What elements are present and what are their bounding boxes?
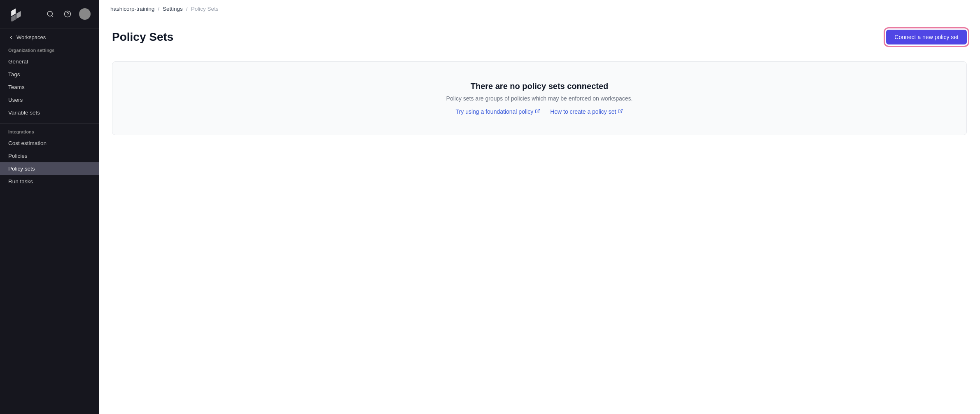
sidebar-item-tags[interactable]: Tags — [0, 68, 99, 81]
connect-policy-set-button[interactable]: Connect a new policy set — [886, 30, 967, 44]
external-link-icon-1 — [535, 108, 540, 115]
empty-state-description: Policy sets are groups of policies which… — [126, 95, 953, 102]
sidebar-item-run-tasks[interactable]: Run tasks — [0, 175, 99, 188]
sidebar-item-users[interactable]: Users — [0, 94, 99, 106]
org-settings-label: Organization settings — [0, 44, 99, 55]
integrations-label: Integrations — [0, 125, 99, 137]
page-content: Policy Sets Connect a new policy set The… — [99, 18, 980, 414]
svg-line-5 — [537, 109, 540, 112]
sidebar-item-variable-sets[interactable]: Variable sets — [0, 106, 99, 119]
svg-line-6 — [620, 109, 623, 112]
back-to-workspaces[interactable]: Workspaces — [0, 28, 99, 44]
sidebar: Workspaces Organization settings General… — [0, 0, 99, 414]
breadcrumb-sep-2: / — [186, 6, 188, 12]
page-header: Policy Sets Connect a new policy set — [112, 30, 967, 44]
sidebar-item-policies[interactable]: Policies — [0, 150, 99, 162]
header-divider — [112, 53, 967, 53]
svg-point-1 — [47, 11, 52, 16]
page-title: Policy Sets — [112, 30, 173, 44]
foundational-policy-label: Try using a foundational policy — [456, 108, 534, 115]
search-icon[interactable] — [44, 8, 56, 20]
sidebar-item-general[interactable]: General — [0, 55, 99, 68]
breadcrumb-settings[interactable]: Settings — [163, 6, 183, 12]
empty-state-links: Try using a foundational policy How to c… — [126, 108, 953, 115]
sidebar-top-icons — [44, 8, 91, 20]
create-policy-set-label: How to create a policy set — [550, 108, 616, 115]
empty-state-panel: There are no policy sets connected Polic… — [112, 61, 967, 135]
sidebar-header — [0, 0, 99, 28]
svg-line-2 — [51, 15, 53, 16]
sidebar-item-cost-estimation[interactable]: Cost estimation — [0, 137, 99, 150]
back-label: Workspaces — [16, 34, 46, 40]
empty-state-heading: There are no policy sets connected — [126, 82, 953, 91]
help-icon[interactable] — [62, 8, 73, 20]
back-arrow-icon — [8, 35, 14, 40]
terraform-logo-icon — [8, 7, 23, 21]
breadcrumb-sep-1: / — [158, 6, 159, 12]
sidebar-item-teams[interactable]: Teams — [0, 81, 99, 94]
create-policy-set-link[interactable]: How to create a policy set — [550, 108, 623, 115]
breadcrumb-org[interactable]: hashicorp-training — [110, 6, 154, 12]
breadcrumb-current: Policy Sets — [191, 6, 219, 12]
avatar[interactable] — [79, 8, 91, 20]
nav-divider — [0, 123, 99, 124]
sidebar-item-policy-sets[interactable]: Policy sets — [0, 162, 99, 175]
breadcrumb: hashicorp-training / Settings / Policy S… — [99, 0, 980, 18]
main-content: hashicorp-training / Settings / Policy S… — [99, 0, 980, 414]
external-link-icon-2 — [618, 108, 623, 115]
foundational-policy-link[interactable]: Try using a foundational policy — [456, 108, 541, 115]
